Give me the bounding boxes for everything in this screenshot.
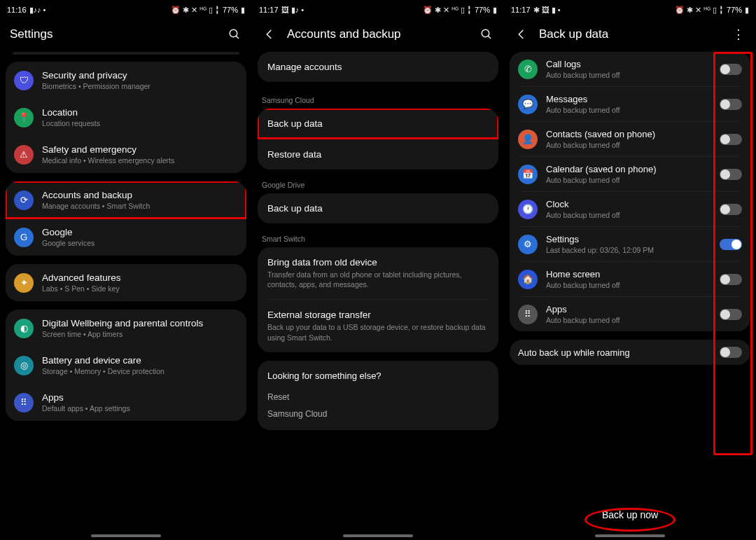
settings-item-advanced[interactable]: ✦ Advanced featuresLabs • S Pen • Side k… xyxy=(6,264,246,301)
battery-pct: 77% xyxy=(727,6,742,14)
battery-care-icon: ◎ xyxy=(14,356,34,375)
section-samsung-cloud: Samsung Cloud xyxy=(252,90,504,109)
battery-icon: ▮ xyxy=(241,6,245,15)
page-title: Accounts and backup xyxy=(287,27,469,41)
person-icon: 👤 xyxy=(518,130,538,149)
google-icon: G xyxy=(14,228,34,247)
settings-item-location[interactable]: 📍 LocationLocation requests xyxy=(6,99,246,136)
statusbar: 11:17 🖼 ▮♪ • ⏰ ✱ ✕ ᴴᴳ ▯ ╏ 77% ▮ xyxy=(252,0,504,20)
annotation-toggles xyxy=(713,52,752,455)
notif-icon: 🖼 ▮♪ • xyxy=(281,6,304,15)
section-google-drive: Google Drive xyxy=(252,175,504,193)
settings-item-google[interactable]: G GoogleGoogle services xyxy=(6,219,246,256)
settings-item-security[interactable]: 🛡 Security and privacyBiometrics • Permi… xyxy=(6,62,246,99)
settings-item-apps[interactable]: ⠿ AppsDefault apps • App settings xyxy=(6,384,246,421)
notif-icon: ▮♪♪ • xyxy=(29,6,46,15)
status-icons: ⏰ ✱ ✕ ᴴᴳ ▯ ╏ xyxy=(675,6,724,15)
sync-icon: ⟳ xyxy=(14,191,34,210)
backup-data-samsung[interactable]: Back up data xyxy=(258,109,498,139)
page-title: Settings xyxy=(10,27,217,41)
alert-icon: ⚠ xyxy=(14,145,34,165)
settings-item-wellbeing[interactable]: ◐ Digital Wellbeing and parental control… xyxy=(6,310,246,347)
status-icons: ⏰ ✱ ✕ ᴴᴳ ▯ ╏ xyxy=(423,6,472,15)
battery-icon: ▮ xyxy=(745,6,749,15)
clock: 11:17 xyxy=(259,6,279,14)
backup-now-button[interactable]: Back up now xyxy=(588,505,672,525)
more-icon[interactable]: ⋮ xyxy=(731,27,746,42)
restore-data[interactable]: Restore data xyxy=(258,139,498,169)
clock-icon: 🕐 xyxy=(518,200,538,219)
clock: 11:16 xyxy=(7,6,27,14)
settings-item-accounts[interactable]: ⟳ Accounts and backupManage accounts • S… xyxy=(6,181,246,219)
external-storage[interactable]: External storage transfer Back up your d… xyxy=(258,300,498,352)
star-icon: ✦ xyxy=(14,273,34,293)
nav-bar[interactable] xyxy=(595,534,665,537)
search-icon[interactable] xyxy=(227,27,242,42)
gear-icon: ⚙ xyxy=(518,235,538,254)
settings-item-safety[interactable]: ⚠ Safety and emergencyMedical info • Wir… xyxy=(6,136,246,173)
shield-icon: 🛡 xyxy=(14,71,34,90)
battery-icon: ▮ xyxy=(493,6,497,15)
section-smart-switch: Smart Switch xyxy=(252,229,504,247)
statusbar: 11:16 ▮♪♪ • ⏰ ✱ ✕ ᴴᴳ ▯ ╏ 77% ▮ xyxy=(0,0,252,20)
screen-accounts-backup: 11:17 🖼 ▮♪ • ⏰ ✱ ✕ ᴴᴳ ▯ ╏ 77% ▮ Accounts… xyxy=(252,0,504,540)
svg-point-0 xyxy=(230,29,237,37)
nav-bar[interactable] xyxy=(343,534,413,537)
phone-icon: ✆ xyxy=(518,60,538,79)
calendar-icon: 📅 xyxy=(518,165,538,184)
search-icon[interactable] xyxy=(479,27,494,42)
bring-old-device[interactable]: Bring data from old device Transfer data… xyxy=(258,247,498,299)
apps-grid-icon: ⠿ xyxy=(518,305,538,324)
back-button[interactable] xyxy=(262,27,277,42)
clock: 11:17 xyxy=(511,6,531,14)
notif-icon: ✱ 🖼 ▮ • xyxy=(533,6,561,15)
message-icon: 💬 xyxy=(518,95,538,114)
svg-line-1 xyxy=(236,36,239,39)
apps-icon: ⠿ xyxy=(14,393,34,413)
link-reset[interactable]: Reset xyxy=(258,391,498,409)
home-icon: 🏠 xyxy=(518,270,538,289)
nav-bar[interactable] xyxy=(91,534,161,537)
battery-pct: 77% xyxy=(223,6,238,14)
pin-icon: 📍 xyxy=(14,108,34,127)
svg-point-2 xyxy=(482,29,489,37)
back-button[interactable] xyxy=(514,27,529,42)
settings-item-battery[interactable]: ◎ Battery and device careStorage • Memor… xyxy=(6,347,246,384)
screen-settings: 11:16 ▮♪♪ • ⏰ ✱ ✕ ᴴᴳ ▯ ╏ 77% ▮ Settings … xyxy=(0,0,252,540)
backup-data-drive[interactable]: Back up data xyxy=(258,193,498,223)
manage-accounts[interactable]: Manage accounts xyxy=(258,52,498,82)
looking-for: Looking for something else? xyxy=(258,361,498,391)
statusbar: 11:17 ✱ 🖼 ▮ • ⏰ ✱ ✕ ᴴᴳ ▯ ╏ 77% ▮ xyxy=(504,0,756,20)
link-samsung-cloud[interactable]: Samsung Cloud xyxy=(258,409,498,430)
svg-line-3 xyxy=(488,36,491,39)
screen-backup-data: 11:17 ✱ 🖼 ▮ • ⏰ ✱ ✕ ᴴᴳ ▯ ╏ 77% ▮ Back up… xyxy=(504,0,756,540)
page-title: Back up data xyxy=(539,27,721,41)
wellbeing-icon: ◐ xyxy=(14,319,34,338)
battery-pct: 77% xyxy=(475,6,490,14)
status-icons: ⏰ ✱ ✕ ᴴᴳ ▯ ╏ xyxy=(171,6,220,15)
